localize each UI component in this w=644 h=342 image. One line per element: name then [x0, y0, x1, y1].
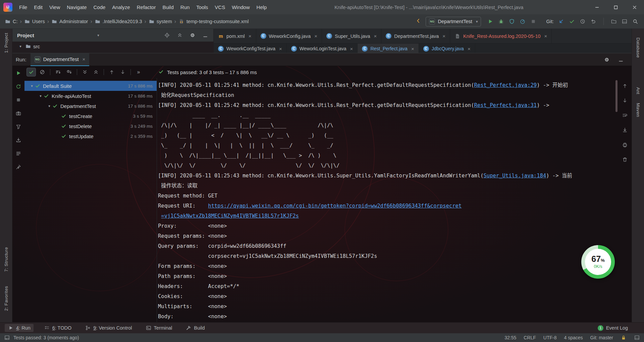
menu-edit[interactable]: Edit — [31, 4, 46, 10]
editor-tab[interactable]: CWeworkConfigTest.java× — [214, 44, 287, 54]
screenshot-button[interactable] — [14, 109, 23, 118]
event-log-button[interactable]: 1 Event Log — [598, 325, 639, 331]
profiler-button[interactable] — [518, 17, 527, 26]
editor-tab[interactable]: Knife_Rest-Assured.log.2020-05-10× — [450, 29, 552, 43]
hide-button[interactable] — [201, 31, 210, 40]
sort-by-duration-button[interactable] — [64, 68, 74, 76]
close-tab-icon[interactable]: × — [350, 46, 353, 52]
editor-tab[interactable]: CJdbcQuery.java× — [419, 44, 475, 54]
show-ignored-button[interactable] — [38, 68, 47, 76]
menu-tools[interactable]: Tools — [193, 4, 211, 10]
editor-tab[interactable]: mpom.xml× — [214, 29, 256, 43]
tool-window-button-database[interactable]: Database — [636, 38, 641, 58]
tool-window-button-project[interactable]: 1: Project — [4, 33, 9, 53]
breadcrumb-item[interactable]: C: — [4, 18, 18, 24]
status-widget[interactable]: UTF-8 — [543, 335, 557, 340]
hide-tool-window-button[interactable] — [616, 55, 626, 64]
run-configuration-select[interactable]: NG DepartmentTest ▾ — [426, 17, 481, 26]
menu-view[interactable]: View — [46, 4, 63, 10]
breadcrumb-item[interactable]: .IntelliJIdea2019.3 — [94, 18, 143, 24]
previous-failed-test-button[interactable] — [107, 68, 116, 76]
console-link[interactable]: Super_Utils.java:184 — [484, 173, 546, 179]
menu-build[interactable]: Build — [159, 4, 177, 10]
show-passed-button[interactable] — [26, 68, 36, 76]
locate-button[interactable] — [162, 31, 172, 40]
close-tab-icon[interactable]: × — [468, 46, 471, 52]
menu-refactor[interactable]: Refactor — [133, 4, 159, 10]
tool-window-toggle-icon[interactable] — [4, 335, 10, 341]
debug-button[interactable] — [496, 17, 506, 26]
close-tab-icon[interactable]: × — [374, 33, 377, 39]
up-stack-trace-button[interactable] — [620, 81, 630, 90]
project-tree-item-src[interactable]: ▾ src — [12, 42, 214, 51]
restore-windows-icon[interactable] — [634, 335, 640, 341]
stop-button[interactable] — [529, 17, 538, 26]
next-failed-test-button[interactable] — [118, 68, 127, 76]
print-button[interactable] — [620, 140, 630, 149]
expand-all-button[interactable] — [80, 68, 90, 76]
breadcrumb-item[interactable]: temp-testng-customsuite.xml — [178, 18, 249, 24]
toolwindow-button-terminal[interactable]: Terminal — [143, 324, 175, 332]
settings-button[interactable] — [188, 31, 197, 40]
test-tree-row[interactable]: testDelete3 s 249 ms — [24, 121, 157, 131]
toolwindow-button-version-control[interactable]: 9: Version Control — [82, 324, 135, 332]
chevron-expanded-icon[interactable]: ▾ — [38, 94, 43, 98]
editor-tab[interactable]: CSuper_Utils.java× — [322, 29, 381, 43]
tool-window-button-favorites[interactable]: 2: Favorites — [4, 286, 9, 311]
rerun-failed-button[interactable] — [14, 82, 23, 91]
menu-code[interactable]: Code — [90, 4, 109, 10]
editor-tab[interactable]: CWeworkConfig.java× — [256, 29, 322, 43]
menu-analyze[interactable]: Analyze — [109, 4, 133, 10]
down-stack-trace-button[interactable] — [620, 96, 630, 105]
collapse-all-button[interactable] — [91, 68, 101, 76]
menu-window[interactable]: Window — [228, 4, 253, 10]
import-test-results-button[interactable] — [14, 136, 23, 145]
run-tab[interactable]: NG DepartmentTest × — [31, 53, 90, 66]
soft-wrap-button[interactable] — [620, 111, 630, 120]
close-tab-icon[interactable]: × — [83, 56, 86, 62]
close-tab-icon[interactable]: × — [314, 33, 317, 39]
tool-windows-button[interactable] — [620, 17, 629, 26]
toolwindow-button-todo[interactable]: 6: TODO — [41, 324, 75, 332]
more-icon[interactable]: » — [134, 68, 143, 76]
editor-tab[interactable]: CRest_Perfect.java× — [358, 44, 419, 54]
project-panel-title[interactable]: Project — [17, 33, 34, 38]
run-button[interactable] — [486, 17, 495, 26]
coverage-button[interactable] — [507, 17, 517, 26]
menu-file[interactable]: File — [16, 4, 31, 10]
tool-window-button-ant[interactable]: Ant — [636, 87, 641, 94]
close-tab-icon[interactable]: × — [249, 33, 252, 39]
git-history-button[interactable] — [578, 17, 587, 26]
chevron-down-icon[interactable]: ▾ — [97, 33, 99, 38]
pin-button[interactable] — [14, 163, 23, 171]
test-tree-row[interactable]: testCreate3 s 59 ms — [24, 111, 157, 121]
collapse-all-button[interactable] — [175, 31, 184, 40]
git-update-button[interactable] — [556, 17, 566, 26]
close-tab-icon[interactable]: × — [442, 33, 445, 39]
explorer-button[interactable] — [609, 17, 619, 26]
breadcrumb-item[interactable]: Administrator — [51, 18, 89, 24]
status-widget[interactable]: 32:55 — [504, 335, 516, 340]
maximize-button[interactable] — [606, 0, 625, 14]
test-tree-row[interactable]: ▾Knife-apiAutoTest17 s 886 ms — [24, 91, 157, 101]
sort-alphabetically-button[interactable] — [53, 68, 63, 76]
test-tree-row[interactable]: ▾DepartmentTest17 s 886 ms — [24, 101, 157, 111]
console-scrollbar[interactable] — [615, 79, 618, 321]
editor-tab[interactable]: CDepartmentTest.java× — [381, 29, 450, 43]
close-button[interactable] — [625, 0, 644, 14]
console-link[interactable]: =vj1C5akNwtxZb18MECiNZym4IVBTWEi18L57r1K… — [161, 213, 299, 219]
filter-button[interactable] — [14, 122, 23, 131]
close-tab-icon[interactable]: × — [544, 33, 547, 39]
chevron-expanded-icon[interactable]: ▾ — [29, 84, 35, 88]
breadcrumb-item[interactable]: Users — [23, 18, 46, 24]
search-button[interactable] — [631, 17, 640, 26]
console-link[interactable]: Rest_Perfect.java:29 — [474, 82, 537, 88]
rerun-button[interactable] — [14, 69, 23, 77]
menu-run[interactable]: Run — [177, 4, 193, 10]
git-commit-button[interactable] — [567, 17, 577, 26]
scroll-to-end-button[interactable] — [620, 126, 630, 134]
console-output[interactable]: [INFO] 2020-05-11 01:25:41 method: cn.Kn… — [158, 79, 605, 322]
lock-icon[interactable] — [621, 335, 627, 341]
git-revert-button[interactable] — [589, 17, 598, 26]
settings-button[interactable] — [602, 55, 611, 64]
